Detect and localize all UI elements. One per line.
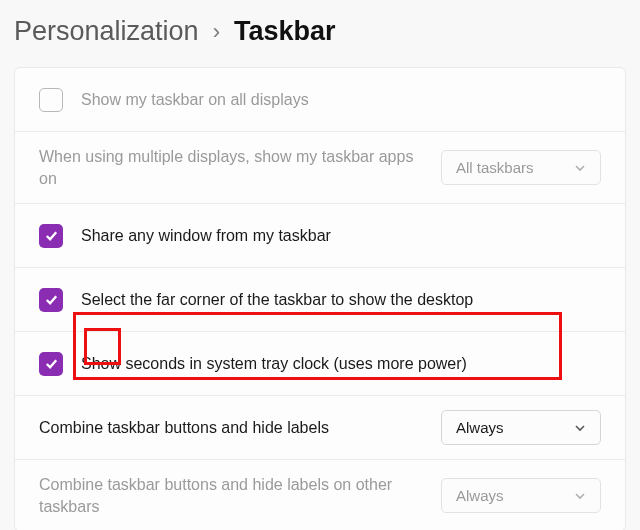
chevron-right-icon: › <box>213 19 220 45</box>
select-value: All taskbars <box>456 159 534 176</box>
label-combine-buttons: Combine taskbar buttons and hide labels <box>39 417 423 439</box>
checkbox-share-window[interactable] <box>39 224 63 248</box>
label-show-all-displays: Show my taskbar on all displays <box>81 89 601 111</box>
label-multi-display-apps: When using multiple displays, show my ta… <box>39 146 423 189</box>
row-share-window: Share any window from my taskbar <box>15 204 625 268</box>
checkbox-far-corner[interactable] <box>39 288 63 312</box>
row-combine-buttons: Combine taskbar buttons and hide labels … <box>15 396 625 460</box>
chevron-down-icon <box>574 422 586 434</box>
select-multi-display-apps: All taskbars <box>441 150 601 185</box>
chevron-down-icon <box>574 490 586 502</box>
row-combine-other: Combine taskbar buttons and hide labels … <box>15 460 625 530</box>
row-show-seconds: Show seconds in system tray clock (uses … <box>15 332 625 396</box>
select-value: Always <box>456 419 504 436</box>
check-icon <box>44 292 59 307</box>
breadcrumb-current: Taskbar <box>234 16 336 47</box>
row-multi-display-apps: When using multiple displays, show my ta… <box>15 132 625 204</box>
label-show-seconds: Show seconds in system tray clock (uses … <box>81 353 601 375</box>
row-far-corner: Select the far corner of the taskbar to … <box>15 268 625 332</box>
label-share-window: Share any window from my taskbar <box>81 225 601 247</box>
select-value: Always <box>456 487 504 504</box>
label-combine-other: Combine taskbar buttons and hide labels … <box>39 474 423 517</box>
select-combine-other: Always <box>441 478 601 513</box>
breadcrumb-parent[interactable]: Personalization <box>14 16 199 47</box>
breadcrumb: Personalization › Taskbar <box>0 0 640 67</box>
settings-panel: Show my taskbar on all displays When usi… <box>14 67 626 530</box>
select-combine-buttons[interactable]: Always <box>441 410 601 445</box>
checkbox-show-seconds[interactable] <box>39 352 63 376</box>
check-icon <box>44 228 59 243</box>
checkbox-show-all-displays <box>39 88 63 112</box>
label-far-corner: Select the far corner of the taskbar to … <box>81 289 601 311</box>
chevron-down-icon <box>574 162 586 174</box>
check-icon <box>44 356 59 371</box>
row-show-all-displays: Show my taskbar on all displays <box>15 68 625 132</box>
